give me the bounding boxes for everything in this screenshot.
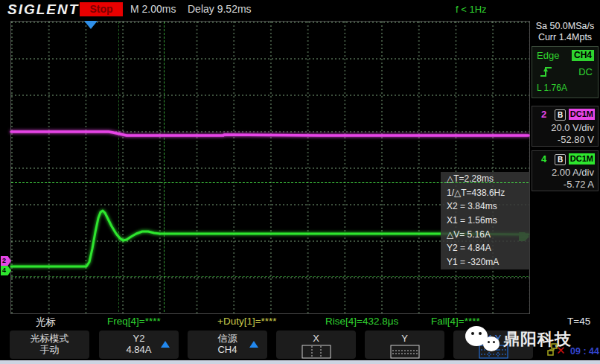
channel-4-offset: -5.72 A [564,179,594,190]
channel-4-bandwidth-badge: B [555,154,566,165]
channel-4-offset-marker[interactable]: 4 [1,266,11,275]
cursor-y2-line[interactable] [11,182,529,183]
timebase-readout[interactable]: M 2.00ms [130,3,176,15]
network-disconnected-icon: ✕ [556,344,566,357]
brand-logo: SIGLENT [7,1,79,18]
trigger-type: Edge [537,50,559,61]
up-arrow-icon [161,341,170,348]
x-cursors-icon [301,345,331,359]
photo-edge-strip [0,360,600,364]
acquisition-info: Sa 50.0MSa/s Curr 1.4Mpts [530,21,600,43]
channel-4-number: 4 [541,153,546,165]
cursor-mode-button[interactable]: 光标模式 手动 [10,331,89,359]
cursor-x2-line[interactable] [164,22,165,312]
x2-readout: X2 = 3.84ms [441,199,530,214]
channel-2-panel[interactable]: 2 B DC1M 20.0 V/div -52.80 V [532,106,599,147]
trigger-level-readout: L 1.76A [537,83,567,93]
rise-measurement: Rise[4]=432.8μs [325,316,398,327]
channel-2-number: 2 [541,109,546,120]
graticule [10,21,530,314]
source-button[interactable]: 信源 CH4 [188,331,267,359]
y-cursors-button[interactable]: Y [365,331,444,359]
y2-cursor-button[interactable]: Y2 4.84A [99,331,179,359]
top-bar: SIGLENT Stop M 2.00ms Delay 9.52ms f < 1… [0,0,600,19]
trigger-coupling: DC [578,66,593,77]
memory-depth: Curr 1.4Mpts [530,32,600,43]
oscilloscope-screen: SIGLENT Stop M 2.00ms Delay 9.52ms f < 1… [0,0,600,364]
x-cursors-button[interactable]: X [276,331,356,359]
x1-readout: X1 = 1.56ms [441,214,530,228]
delay-readout[interactable]: Delay 9.52ms [188,3,252,15]
channel-4-coupling-badge: DC1M [569,153,595,165]
cursor-y1-line[interactable] [11,276,529,277]
cursor-x1-line[interactable] [118,22,119,312]
duty-measurement: +Duty[1]=**** [217,316,277,327]
x-cursors-label: X [276,333,356,344]
channel-2-offset-marker[interactable]: 2 [1,256,11,266]
channel-4-scale: 2.00 A/div [552,167,594,178]
cursor-measurement-box: △T=2.28ms 1/△T=438.6Hz X2 = 3.84ms X1 = … [441,172,530,269]
y-cursors-label: Y [365,333,444,344]
channel-2-coupling-badge: DC1M [569,109,595,120]
y2-readout: Y2 = 4.84A [441,241,530,255]
trigger-count: T=45 [567,316,590,327]
rising-edge-icon [540,65,553,78]
inv-delta-t-readout: 1/△T=438.6Hz [441,186,530,200]
sample-rate: Sa 50.0MSa/s [530,21,600,32]
y1-readout: Y1 = -320mA [441,255,530,269]
channel-4-panel[interactable]: 4 B DC1M 2.00 A/div -5.72 A [532,150,599,191]
channel-2-bandwidth-badge: B [555,109,566,121]
fall-measurement: Fall[4]=**** [431,316,480,327]
channel-2-offset: -52.80 V [558,134,594,145]
y-cursors-icon [390,345,420,359]
cursor-mode-label: 光标模式 [10,333,89,344]
freq-measurement: Freq[4]=**** [107,316,161,327]
right-sidebar: Sa 50.0MSa/s Curr 1.4Mpts Edge CH4 DC L … [530,19,600,332]
trigger-frequency-readout: f < 1Hz [456,4,487,15]
channel-2-scale: 20.0 V/div [551,122,594,133]
up-arrow-icon [249,341,258,348]
cursor-menu-title: 光标 [36,316,56,329]
run-state-badge[interactable]: Stop [80,2,123,16]
delta-t-readout: △T=2.28ms [441,172,530,186]
trigger-source-badge: CH4 [572,50,594,61]
cursor-mode-value: 手动 [10,344,89,355]
trigger-panel[interactable]: Edge CH4 DC L 1.76A [532,46,599,98]
delta-v-readout: △V= 5.16A [441,228,530,242]
clock-readout[interactable]: 09 : 44 [570,346,599,357]
measurement-bar: 光标 Freq[4]=**** +Duty[1]=**** Rise[4]=43… [0,314,600,329]
